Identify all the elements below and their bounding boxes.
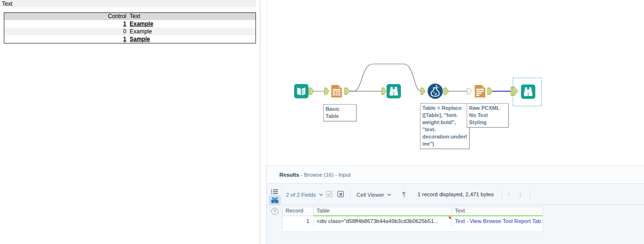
report-cell-control: 0: [123, 28, 126, 35]
results-subtitle: - Browse (16) - Input: [299, 172, 351, 178]
report-row: 0 Example: [4, 28, 256, 35]
output-anchor[interactable]: [309, 88, 314, 95]
grid-cell-table-value: <div class="d58ff4b8673b44a49b3cd3b0625b…: [317, 218, 439, 224]
input-anchor[interactable]: [421, 88, 425, 95]
toolbar-separator: [530, 189, 531, 200]
chevron-down-icon: [319, 184, 323, 204]
report-table: Control Text 1 Example 0 Example 1 Sampl…: [4, 12, 256, 43]
report-row: 1 Example: [4, 20, 256, 28]
table-icon: [329, 84, 344, 98]
next-record-button[interactable]: ↓: [519, 184, 522, 204]
report-cell-text: Sample: [130, 36, 150, 42]
annotation-raw-pcxml[interactable]: Raw PCXML No Text Styling: [467, 103, 509, 127]
tool-formula[interactable]: [427, 83, 443, 99]
select-all-fields-checkbox[interactable]: [326, 191, 332, 197]
grid-cell-record[interactable]: 1: [283, 216, 314, 226]
tool-browse-2-selected[interactable]: [521, 85, 535, 99]
grid-data-row: 1 <div class="d58ff4b8673b44a49b3cd3b062…: [283, 216, 542, 226]
chevron-down-icon: [387, 184, 391, 204]
fields-dropdown-label: 2 of 2 Fields: [286, 192, 316, 198]
browse-tab-selected[interactable]: [269, 195, 281, 205]
results-panel: Results - Browse (16) - Input ? 2 of 2 F: [266, 165, 644, 244]
record-summary: 1 record displayed, 2,471 bytes: [418, 184, 494, 204]
cell-viewer-label: Cell Viewer: [357, 192, 384, 198]
panel-divider[interactable]: [260, 0, 260, 244]
truncated-cell-flag-icon: [448, 217, 451, 220]
grid-header-text[interactable]: Text: [452, 207, 542, 216]
toolbar-bottom-border: [267, 204, 644, 205]
previous-record-button[interactable]: ↑: [507, 184, 511, 204]
report-header-text: Text: [127, 13, 140, 20]
input-anchor[interactable]: [467, 88, 471, 94]
toolbar-separator: [350, 189, 350, 200]
output-anchor[interactable]: [444, 88, 449, 95]
output-anchor[interactable]: [488, 88, 492, 95]
cell-viewer-dropdown[interactable]: Cell Viewer: [357, 184, 391, 204]
tool-basic-table[interactable]: [329, 84, 344, 98]
input-anchor[interactable]: [382, 88, 386, 95]
report-section-title: Text: [0, 0, 256, 7]
annotation-formula[interactable]: Table = Replace ([Table], "font-weight:b…: [420, 103, 470, 149]
text-input-icon: [294, 84, 308, 98]
grid-cell-table[interactable]: <div class="d58ff4b8673b44a49b3cd3b0625b…: [314, 216, 452, 226]
grid-empty-row: [283, 226, 542, 232]
grid-cell-text-link[interactable]: Text - View Browse Tool Report Tab: [452, 216, 542, 226]
report-cell-control: 1: [123, 21, 126, 27]
browse-binoculars-icon: [387, 84, 401, 98]
help-icon[interactable]: ?: [271, 208, 278, 215]
tool-table-raw[interactable]: [473, 84, 487, 98]
report-cell-control: 1: [123, 36, 126, 42]
results-header: Results - Browse (16) - Input: [267, 166, 644, 184]
tool-text-input[interactable]: [294, 84, 308, 98]
tool-browse-1[interactable]: [387, 84, 401, 98]
report-cell-text: Example: [130, 28, 152, 35]
toolbar-separator: [501, 189, 502, 200]
report-header-control: Control: [4, 13, 127, 20]
workflow-canvas[interactable]: Basic Table Table = Replace ([Table], "f…: [267, 0, 644, 165]
annotation-basic-table[interactable]: Basic Table: [323, 104, 357, 121]
icon-strip-separator: [281, 186, 282, 204]
grid-header-record[interactable]: Record: [283, 207, 314, 216]
grid-header-row: Record Table Text: [283, 207, 542, 216]
input-anchor[interactable]: [325, 88, 329, 95]
report-table-header: Control Text: [4, 13, 256, 20]
browse-binoculars-icon: [521, 85, 535, 99]
results-grid: Record Table Text 1 <div class="d58ff4b8…: [282, 206, 543, 232]
output-anchor[interactable]: [345, 88, 349, 95]
report-row: 1 Sample: [4, 35, 256, 43]
connection-table-to-formula[interactable]: [349, 64, 421, 91]
results-title: Results: [279, 172, 299, 178]
report-text-icon: [473, 84, 487, 98]
binoculars-icon: [271, 197, 279, 203]
whitespace-toggle-icon[interactable]: ¶: [402, 184, 406, 204]
report-cell-text: Example: [130, 21, 153, 27]
grid-header-table[interactable]: Table: [314, 207, 452, 216]
deselect-fields-button[interactable]: [337, 191, 344, 197]
input-anchor-selected[interactable]: [511, 87, 518, 95]
fields-dropdown[interactable]: 2 of 2 Fields: [286, 184, 323, 204]
formula-flask-icon: [427, 83, 443, 99]
